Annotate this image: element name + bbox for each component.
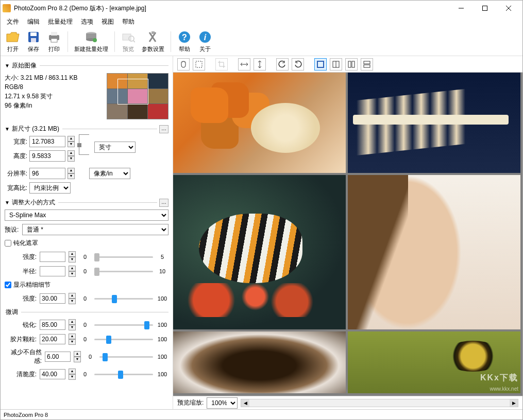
detail-label: 显示精细细节: [13, 281, 50, 289]
menu-help[interactable]: 帮助: [118, 16, 139, 27]
unsharp-checkbox[interactable]: [5, 240, 11, 247]
caret-down-icon: ▼: [5, 200, 10, 205]
maximize-button[interactable]: [473, 1, 497, 16]
svg-rect-1: [483, 6, 487, 11]
menu-edit[interactable]: 编辑: [23, 16, 44, 27]
svg-line-16: [133, 41, 135, 42]
titlebar: PhotoZoom Pro 8.2 (Demo 版本) - [example.j…: [1, 1, 522, 16]
menu-view[interactable]: 视图: [97, 16, 118, 27]
svg-text:i: i: [204, 33, 207, 42]
svg-rect-30: [348, 61, 351, 67]
menu-batch[interactable]: 批量处理: [44, 16, 77, 27]
rotate-ccw-button[interactable]: [276, 58, 289, 71]
flip-v-button[interactable]: [254, 58, 266, 71]
svg-rect-9: [51, 39, 57, 42]
svg-rect-5: [30, 32, 37, 36]
artifact-slider[interactable]: [99, 352, 153, 362]
statusbar: PhotoZoom Pro 8: [1, 409, 522, 419]
new-batch-button[interactable]: 新建批量处理: [72, 29, 110, 54]
section-method[interactable]: ▼ 调整大小的方式 …: [3, 197, 171, 208]
caret-down-icon: ▼: [5, 63, 10, 68]
spinner[interactable]: ▲▼: [69, 251, 76, 262]
res-spinner[interactable]: ▲▼: [68, 168, 75, 179]
close-button[interactable]: [497, 1, 520, 16]
res-input[interactable]: [29, 168, 65, 179]
detail-checkbox[interactable]: [5, 282, 11, 288]
save-button[interactable]: 保存: [24, 29, 43, 54]
unsharp-strength-input[interactable]: [40, 252, 65, 262]
view-split-v-button[interactable]: [361, 58, 373, 71]
unsharp-strength-slider[interactable]: [94, 252, 153, 262]
view-toolbar: [173, 56, 522, 73]
spinner[interactable]: ▲▼: [69, 293, 76, 304]
unsharp-radius-input[interactable]: [40, 266, 65, 276]
section-newsize[interactable]: ▼ 新尺寸 (3.21 MB) …: [3, 124, 171, 134]
print-button[interactable]: 打印: [45, 29, 63, 54]
height-spinner[interactable]: ▲▼: [68, 150, 75, 162]
about-button[interactable]: i关于: [196, 29, 214, 54]
spinner[interactable]: ▲▼: [69, 369, 76, 380]
menu-options[interactable]: 选项: [77, 16, 97, 27]
section-finetune: 微调: [3, 307, 171, 318]
width-input[interactable]: [29, 136, 65, 147]
detail-strength-slider[interactable]: [94, 293, 153, 304]
detail-strength-input[interactable]: [40, 293, 65, 304]
link-icon[interactable]: [79, 134, 89, 155]
rotate-cw-button[interactable]: [292, 58, 304, 71]
sharpen-slider[interactable]: [94, 320, 153, 330]
image-tile: [348, 175, 520, 329]
params-button[interactable]: 参数设置: [140, 29, 166, 54]
width-label: 宽度:: [5, 137, 27, 146]
ellipsis-button[interactable]: …: [159, 199, 168, 207]
help-button[interactable]: ?帮助: [175, 29, 194, 54]
ellipsis-button[interactable]: …: [159, 125, 168, 133]
hand-tool[interactable]: [177, 58, 190, 71]
app-icon: [3, 4, 11, 12]
sidebar: ▼ 原始图像 大小: 3.21 MB / 863.11 KB RGB/8 12.…: [1, 56, 173, 409]
image-tile: [173, 73, 346, 173]
algo-select[interactable]: S-Spline Max: [5, 209, 168, 221]
unit2-select[interactable]: 像素/in: [89, 168, 130, 179]
sharpen-input[interactable]: [40, 320, 65, 330]
spinner[interactable]: ▲▼: [74, 351, 81, 362]
zoom-label: 预览缩放:: [177, 398, 204, 407]
grain-input[interactable]: [40, 334, 65, 344]
spinner[interactable]: ▲▼: [69, 319, 76, 330]
unit1-select[interactable]: 英寸: [94, 142, 136, 153]
unsharp-radius-slider[interactable]: [94, 266, 153, 276]
spinner[interactable]: ▲▼: [69, 334, 76, 345]
view-split-2-button[interactable]: [345, 58, 358, 71]
preview-button[interactable]: 预览: [119, 29, 138, 54]
width-spinner[interactable]: ▲▼: [68, 136, 75, 147]
view-split-h-button[interactable]: [330, 58, 342, 71]
height-input[interactable]: [29, 150, 65, 162]
svg-rect-24: [196, 61, 202, 67]
ratio-select[interactable]: 约束比例: [29, 182, 71, 194]
canvas[interactable]: KKx下载 www.kkx.net: [173, 73, 522, 396]
view-single-button[interactable]: [314, 58, 327, 71]
preset-label: 预设:: [5, 225, 20, 234]
watermark: KKx下载: [480, 373, 518, 383]
crop-tool[interactable]: [215, 58, 228, 71]
svg-rect-27: [317, 61, 324, 67]
menu-file[interactable]: 文件: [3, 16, 23, 27]
h-scrollbar[interactable]: ◀▶: [241, 399, 518, 407]
original-info: 大小: 3.21 MB / 863.11 KB RGB/8 12.71 x 9.…: [5, 73, 107, 119]
zoom-select[interactable]: 100%: [207, 397, 238, 409]
thumbnail[interactable]: [107, 73, 168, 119]
flip-h-button[interactable]: [238, 58, 250, 71]
section-original[interactable]: ▼ 原始图像: [3, 60, 171, 71]
open-button[interactable]: 打开: [4, 29, 22, 54]
minimize-button[interactable]: [449, 1, 473, 16]
window-title: PhotoZoom Pro 8.2 (Demo 版本) - [example.j…: [14, 4, 449, 13]
svg-rect-6: [31, 38, 36, 42]
height-label: 高度:: [5, 152, 27, 161]
crisp-slider[interactable]: [94, 369, 153, 379]
grain-slider[interactable]: [94, 334, 153, 344]
crisp-input[interactable]: [40, 369, 65, 379]
preset-select[interactable]: 普通 *: [22, 224, 168, 235]
ratio-label: 宽高比:: [5, 184, 27, 192]
selection-tool[interactable]: [193, 58, 205, 71]
spinner[interactable]: ▲▼: [69, 266, 76, 277]
artifact-input[interactable]: [45, 352, 71, 362]
